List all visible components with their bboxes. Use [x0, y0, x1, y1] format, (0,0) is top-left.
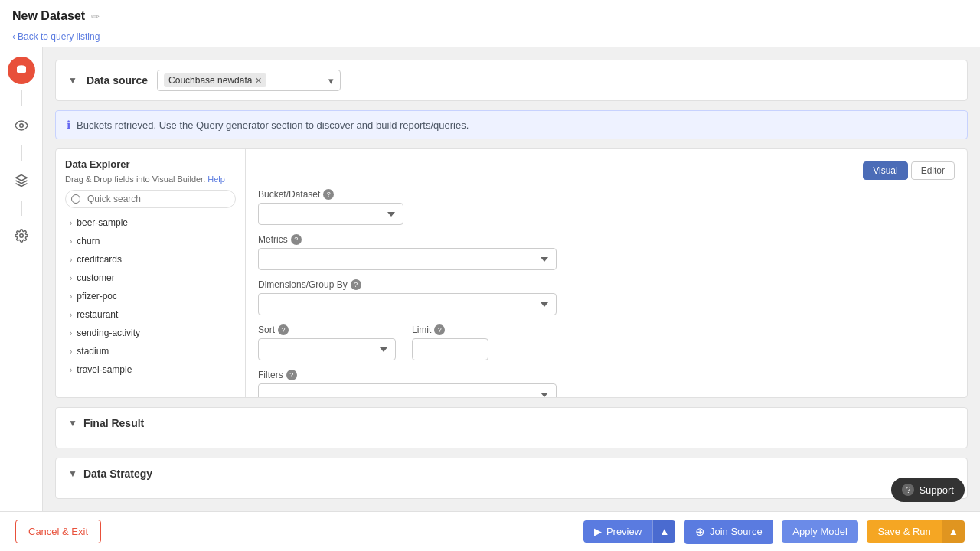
item-arrow-icon: ›	[70, 256, 72, 264]
item-arrow-icon: ›	[70, 329, 72, 337]
metrics-help-icon[interactable]: ?	[291, 234, 302, 245]
bucket-dataset-select[interactable]	[258, 203, 403, 225]
view-visual-button[interactable]: Visual	[863, 161, 907, 180]
final-result-title: Final Result	[83, 417, 144, 429]
data-strategy-collapse[interactable]: ▼	[68, 468, 77, 479]
list-item[interactable]: › travel-sample	[65, 361, 236, 378]
item-arrow-icon: ›	[70, 274, 72, 282]
limit-label: Limit	[412, 324, 431, 335]
list-item[interactable]: › creditcards	[65, 251, 236, 268]
filters-select[interactable]	[258, 383, 557, 398]
svg-point-1	[19, 124, 23, 128]
bucket-dataset-label: Bucket/Dataset	[258, 189, 320, 200]
bucket-help-icon[interactable]: ?	[323, 189, 334, 200]
svg-point-3	[19, 234, 23, 238]
back-link[interactable]: ‹ Back to query listing	[12, 31, 100, 42]
data-source-tag: Couchbase newdata ✕	[164, 73, 266, 87]
metrics-label: Metrics	[258, 234, 288, 245]
item-arrow-icon: ›	[70, 219, 72, 227]
explorer-drag-hint: Drag & Drop fields into Visual Builder. …	[65, 174, 236, 184]
item-arrow-icon: ›	[70, 366, 72, 374]
explorer-title: Data Explorer	[65, 158, 236, 170]
info-banner: ℹ Buckets retrieved. Use the Query gener…	[55, 110, 968, 139]
search-input[interactable]	[65, 190, 236, 208]
sidebar-icon-layers[interactable]	[8, 167, 35, 194]
join-source-button[interactable]: ⊕ Join Source	[684, 520, 773, 544]
final-result-collapse[interactable]: ▼	[68, 418, 77, 429]
metrics-select[interactable]	[258, 248, 557, 270]
edit-title-icon[interactable]: ✏	[91, 11, 100, 22]
dimensions-select[interactable]	[258, 293, 557, 315]
search-radio[interactable]	[71, 194, 80, 204]
view-editor-button[interactable]: Editor	[911, 161, 955, 180]
item-arrow-icon: ›	[70, 237, 72, 246]
explorer-help-link[interactable]: Help	[207, 174, 225, 184]
page-title: New Dataset	[12, 9, 85, 23]
sidebar-connector-2	[21, 145, 22, 161]
limit-help-icon[interactable]: ?	[434, 324, 445, 335]
sort-label: Sort	[258, 324, 275, 335]
tag-remove-icon[interactable]: ✕	[255, 76, 262, 86]
sidebar-icon-eye[interactable]	[8, 112, 35, 139]
save-run-toggle-button[interactable]: ▲	[942, 520, 965, 543]
apply-model-button[interactable]: Apply Model	[782, 520, 858, 543]
list-item[interactable]: › restaurant	[65, 306, 236, 323]
list-item[interactable]: › pfizer-poc	[65, 288, 236, 305]
filters-help-icon[interactable]: ?	[286, 370, 297, 380]
item-arrow-icon: ›	[70, 347, 72, 356]
limit-input[interactable]: 10000	[412, 338, 488, 360]
sidebar-icon-settings[interactable]	[8, 222, 35, 249]
item-arrow-icon: ›	[70, 292, 72, 301]
support-circle-icon: ?	[902, 484, 914, 496]
info-circle-icon: ℹ	[67, 119, 70, 131]
preview-button[interactable]: ▶ Preview	[583, 520, 652, 543]
preview-toggle-button[interactable]: ▲	[652, 520, 675, 543]
sort-help-icon[interactable]: ?	[278, 324, 289, 335]
explorer-list: › beer-sample › churn › creditcards › cu…	[65, 214, 236, 378]
sidebar-icon-database[interactable]	[8, 57, 35, 84]
list-item[interactable]: › beer-sample	[65, 214, 236, 231]
tag-select-chevron-icon: ▾	[328, 75, 334, 86]
list-item[interactable]: › sending-activity	[65, 324, 236, 341]
svg-marker-2	[15, 175, 27, 181]
sort-select[interactable]	[258, 338, 396, 360]
data-source-label: Data source	[87, 74, 148, 86]
support-button[interactable]: ? Support	[891, 478, 965, 502]
play-icon: ▶	[594, 526, 602, 537]
list-item[interactable]: › stadium	[65, 343, 236, 360]
data-source-collapse[interactable]: ▼	[68, 75, 77, 86]
dimensions-help-icon[interactable]: ?	[351, 279, 361, 290]
back-chevron-icon: ‹	[12, 31, 15, 42]
chevron-up-icon: ▲	[949, 526, 959, 537]
filters-label: Filters	[258, 370, 283, 380]
sidebar-connector-1	[21, 90, 22, 106]
item-arrow-icon: ›	[70, 311, 72, 319]
list-item[interactable]: › customer	[65, 269, 236, 286]
save-run-button[interactable]: Save & Run	[867, 520, 941, 543]
cancel-exit-button[interactable]: Cancel & Exit	[15, 520, 101, 543]
dimensions-label: Dimensions/Group By	[258, 279, 348, 290]
data-strategy-title: Data Strategy	[83, 468, 152, 480]
chevron-up-icon: ▲	[659, 526, 669, 537]
plus-circle-icon: ⊕	[695, 525, 705, 539]
data-source-select[interactable]: Couchbase newdata ✕ ▾	[157, 70, 341, 91]
list-item[interactable]: › churn	[65, 233, 236, 249]
sidebar-connector-3	[21, 201, 22, 216]
